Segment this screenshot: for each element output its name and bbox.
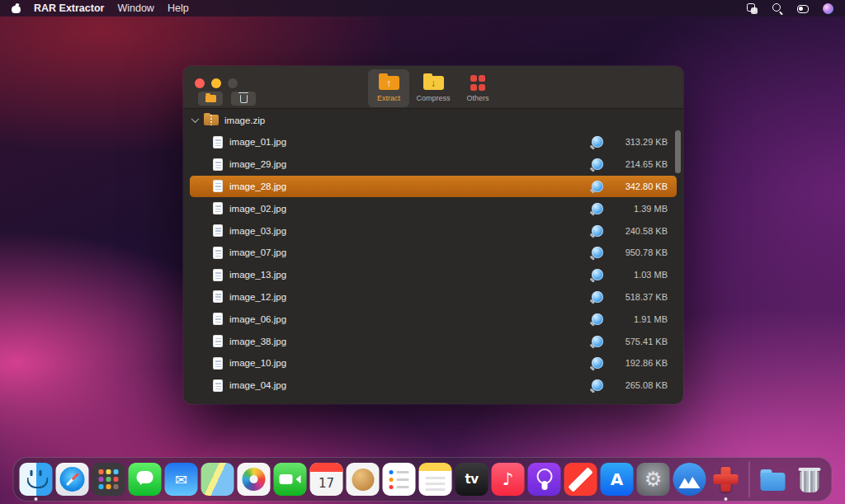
file-name: image_07.jpg <box>229 247 286 257</box>
image_13.jpg[interactable]: image_13.jpg 1.03 MB <box>190 264 677 286</box>
document-icon <box>213 269 223 281</box>
dock-icon-glyph: A <box>611 469 623 489</box>
dock-podcasts-icon[interactable] <box>528 463 561 496</box>
minimize-button[interactable] <box>211 78 221 88</box>
tab-label: Extract <box>377 94 400 102</box>
dock-icon-glyph: ⚙ <box>644 468 663 491</box>
quicklook-magnifier-icon[interactable] <box>592 313 603 325</box>
archive-row[interactable]: image.zip <box>183 109 683 131</box>
dock-trash-icon[interactable] <box>793 463 826 496</box>
tab-others[interactable]: Others <box>457 69 498 107</box>
file-name: image_38.jpg <box>229 337 286 346</box>
menubar-menu-item[interactable]: Help <box>168 2 189 14</box>
image_06.jpg[interactable]: image_06.jpg 1.91 MB <box>190 308 677 330</box>
quicklook-magnifier-icon[interactable] <box>592 203 603 214</box>
image_07.jpg[interactable]: image_07.jpg 950.78 KB <box>190 242 677 264</box>
shortcuts-icon[interactable] <box>746 2 758 14</box>
dock-rar-extractor-icon[interactable] <box>710 463 743 496</box>
image_04.jpg[interactable]: image_04.jpg 265.08 KB <box>190 374 677 397</box>
dock-appstore-icon[interactable]: A <box>601 463 634 496</box>
dock-mail-icon[interactable]: ✉ <box>165 463 198 496</box>
quicklook-magnifier-icon[interactable] <box>592 158 603 170</box>
file-list-area: image.zip image_01.jpg 313.29 KB image_2… <box>183 109 683 404</box>
menubar-menu-item[interactable]: Window <box>117 2 153 14</box>
dock-photos-icon[interactable] <box>238 463 271 496</box>
tab-icon <box>470 75 486 92</box>
dock-contacts-icon[interactable] <box>347 463 380 496</box>
dock-reminders-icon[interactable] <box>383 463 416 496</box>
dock-launchpad-icon[interactable] <box>92 463 125 496</box>
quicklook-magnifier-icon[interactable] <box>592 336 603 347</box>
disclosure-chevron-icon[interactable] <box>191 115 200 123</box>
image_02.jpg[interactable]: image_02.jpg 1.39 MB <box>190 197 677 219</box>
dock: ✉ 17 <box>13 457 833 502</box>
file-name: image_10.jpg <box>229 358 286 368</box>
tab-extract[interactable]: Extract <box>368 69 409 107</box>
image_01.jpg[interactable]: image_01.jpg 313.29 KB <box>190 131 677 153</box>
quicklook-magnifier-icon[interactable] <box>592 379 603 391</box>
dock-finder-icon[interactable] <box>20 463 53 496</box>
folder-arrow-icon <box>379 76 399 90</box>
dock-messages-icon[interactable] <box>129 463 162 496</box>
control-center-icon[interactable] <box>797 5 809 13</box>
dock-news-icon[interactable] <box>564 463 597 496</box>
dock-icon-glyph: ♪ <box>503 469 513 489</box>
delete-button[interactable] <box>231 92 256 106</box>
spotlight-search-icon[interactable] <box>772 2 783 14</box>
open-folder-button[interactable] <box>198 92 223 106</box>
quicklook-magnifier-icon[interactable] <box>592 357 603 369</box>
quicklook-magnifier-icon[interactable] <box>592 136 603 148</box>
dock-tv-icon[interactable]: tv <box>456 463 489 496</box>
file-size: 1.39 MB <box>610 204 668 214</box>
running-indicator <box>725 497 728 501</box>
dock-music-icon[interactable]: ♪ <box>492 463 525 496</box>
file-size: 950.78 KB <box>610 247 668 257</box>
dock-icon-glyph: tv <box>465 472 479 487</box>
dock-items: ✉ 17 <box>20 461 826 497</box>
file-name: image_06.jpg <box>229 314 286 324</box>
file-name: image_02.jpg <box>229 204 286 214</box>
file-name: image_12.jpg <box>229 292 286 302</box>
scrollbar-thumb[interactable] <box>675 130 681 173</box>
document-icon <box>213 290 223 303</box>
image_10.jpg[interactable]: image_10.jpg 192.86 KB <box>190 352 677 374</box>
dock-maps-icon[interactable] <box>201 463 234 496</box>
file-rows: image_01.jpg 313.29 KB image_29.jpg 214.… <box>183 131 683 397</box>
toolbar-tabs: Extract Compress Others <box>368 69 498 107</box>
menu-bar: RAR Extractor WindowHelp <box>0 0 845 16</box>
quicklook-magnifier-icon[interactable] <box>592 269 603 280</box>
zoom-button[interactable] <box>228 78 238 88</box>
image_29.jpg[interactable]: image_29.jpg 214.65 KB <box>190 153 677 176</box>
tab-icon <box>379 75 399 92</box>
dock-system-settings-icon[interactable]: ⚙ <box>637 463 670 496</box>
file-name: image_13.jpg <box>229 270 286 280</box>
tab-compress[interactable]: Compress <box>413 69 454 107</box>
close-button[interactable] <box>195 78 205 88</box>
dock-calendar-icon[interactable]: 17 <box>310 463 343 496</box>
dock-notes-icon[interactable] <box>419 463 452 496</box>
quicklook-magnifier-icon[interactable] <box>592 247 603 258</box>
menubar-menus: WindowHelp <box>117 2 188 14</box>
file-name: image_01.jpg <box>229 137 286 147</box>
image_38.jpg[interactable]: image_38.jpg 575.41 KB <box>190 330 677 352</box>
document-icon <box>213 202 223 214</box>
dock-facetime-icon[interactable] <box>274 463 307 496</box>
image_03.jpg[interactable]: image_03.jpg 240.58 KB <box>190 219 677 242</box>
image_28.jpg[interactable]: image_28.jpg 342.80 KB <box>190 176 677 198</box>
quicklook-magnifier-icon[interactable] <box>592 181 603 192</box>
zip-archive-icon <box>204 115 219 125</box>
window-titlebar: Extract Compress Others <box>183 66 683 109</box>
image_12.jpg[interactable]: image_12.jpg 518.37 KB <box>190 286 677 309</box>
document-icon <box>213 313 223 325</box>
apple-menu-icon[interactable] <box>12 3 21 13</box>
quicklook-magnifier-icon[interactable] <box>592 225 603 237</box>
quicklook-magnifier-icon[interactable] <box>592 291 603 303</box>
dock-blue-mountain-app-icon[interactable] <box>673 463 706 496</box>
siri-icon[interactable] <box>823 3 833 14</box>
dock-safari-icon[interactable] <box>56 463 89 496</box>
dock-downloads-folder-icon[interactable] <box>757 463 790 496</box>
menubar-app-name[interactable]: RAR Extractor <box>34 2 104 14</box>
file-size: 265.08 KB <box>610 380 668 390</box>
document-icon <box>213 357 223 370</box>
tab-label: Others <box>466 94 489 102</box>
